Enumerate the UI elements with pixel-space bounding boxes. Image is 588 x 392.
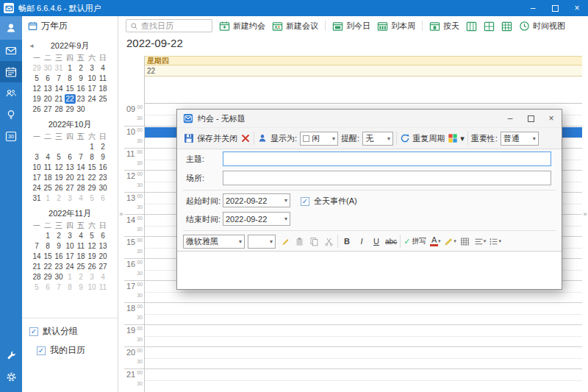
day-cell[interactable]: 1 (43, 231, 54, 240)
view-week-icon-button[interactable] (484, 21, 495, 32)
save-and-close-button[interactable]: 保存并关闭 (183, 132, 237, 144)
day-cell[interactable]: 19 (87, 252, 98, 261)
day-cell[interactable]: 14 (32, 252, 43, 261)
day-cell[interactable]: 12 (54, 163, 65, 172)
close-button[interactable]: × (566, 0, 588, 16)
day-cell[interactable]: 9 (54, 241, 65, 251)
hour-row[interactable]: 180030 (124, 302, 582, 324)
day-cell[interactable]: 28 (54, 104, 65, 114)
day-cell[interactable]: 15 (87, 163, 98, 172)
subject-input[interactable] (223, 152, 551, 166)
day-cell[interactable]: 14 (76, 163, 87, 172)
day-cell[interactable]: 1 (43, 193, 54, 203)
day-cell[interactable]: 2 (76, 63, 87, 73)
search-box[interactable] (126, 19, 212, 32)
day-cell[interactable]: 1 (65, 272, 76, 282)
hour-row[interactable]: 200030 (124, 346, 582, 368)
day-cell[interactable]: 20 (43, 94, 54, 104)
day-cell[interactable]: 11 (43, 163, 54, 172)
dialog-minimize-button[interactable]: – (500, 110, 520, 127)
day-cell[interactable]: 17 (32, 173, 43, 182)
contacts-icon[interactable] (0, 82, 22, 104)
minimize-button[interactable]: – (522, 0, 544, 16)
day-cell[interactable]: 26 (32, 104, 43, 114)
day-cell[interactable]: 30 (43, 63, 54, 73)
filter-default-group[interactable]: ✓ 默认分组 (29, 325, 118, 338)
day-cell[interactable]: 3 (65, 231, 76, 240)
day-cell[interactable]: 2 (54, 193, 65, 203)
new-meeting-button[interactable]: 新建会议 (272, 21, 318, 32)
day-cell[interactable]: 5 (54, 152, 65, 162)
day-cell[interactable]: 4 (43, 152, 54, 162)
day-cell[interactable]: 29 (87, 183, 98, 193)
search-input[interactable] (141, 21, 206, 30)
day-cell[interactable]: 20 (98, 252, 109, 261)
day-cell[interactable]: 22 (87, 173, 98, 182)
day-cell[interactable]: 17 (87, 84, 98, 93)
mail-icon[interactable] (0, 40, 22, 61)
prev-month-button[interactable]: ◄ (29, 40, 35, 51)
show-as-select[interactable]: 闲 ▾ (300, 132, 338, 146)
day-cell[interactable]: 15 (43, 252, 54, 261)
day-cell[interactable]: 10 (87, 282, 98, 292)
underline-button[interactable]: U (370, 235, 382, 248)
day-cell[interactable]: 2 (76, 272, 87, 282)
new-appointment-button[interactable]: 新建约会 (219, 21, 265, 32)
day-cell[interactable]: 20 (65, 173, 76, 182)
go-this-week-button[interactable]: 到本周 (377, 21, 415, 32)
day-cell[interactable]: 13 (98, 241, 109, 251)
day-cell[interactable]: 27 (43, 104, 54, 114)
day-cell[interactable]: 29 (43, 272, 54, 282)
invite-attendees-button[interactable] (257, 133, 268, 143)
strikethrough-button[interactable]: abc (385, 235, 397, 248)
font-color-button[interactable]: A ▾ (429, 235, 441, 248)
day-cell[interactable]: 23 (98, 173, 109, 182)
day-cell[interactable]: 30 (76, 104, 87, 114)
day-cell[interactable]: 7 (32, 241, 43, 251)
day-cell[interactable]: 3 (87, 272, 98, 282)
day-cell[interactable]: 16 (54, 252, 65, 261)
time-view-button[interactable]: 时间视图 (519, 21, 565, 32)
day-cell[interactable]: 3 (65, 193, 76, 203)
day-cell[interactable]: 28 (32, 272, 43, 282)
reminder-select[interactable]: 无 ▾ (362, 132, 393, 146)
ideas-icon[interactable] (0, 104, 22, 125)
schedule-30-icon[interactable]: 30 (0, 125, 22, 146)
checkbox-checked-icon[interactable]: ✓ (301, 197, 309, 206)
day-cell[interactable]: 12 (87, 241, 98, 251)
day-cell[interactable]: 23 (54, 262, 65, 271)
day-cell[interactable]: 3 (87, 63, 98, 73)
day-cell[interactable]: 13 (65, 163, 76, 172)
calendar-icon[interactable] (0, 61, 22, 82)
day-cell[interactable]: 27 (65, 183, 76, 193)
view-workweek-icon-button[interactable] (466, 21, 477, 32)
day-cell[interactable]: 5 (87, 193, 98, 203)
checkbox-checked-icon[interactable]: ✓ (37, 346, 46, 355)
highlight-button[interactable]: ▾ (444, 235, 456, 248)
day-cell[interactable]: 2 (54, 231, 65, 240)
day-cell[interactable]: 9 (76, 74, 87, 83)
day-cell[interactable]: 8 (65, 282, 76, 292)
day-cell[interactable]: 24 (32, 183, 43, 193)
day-cell[interactable]: 3 (32, 152, 43, 162)
day-cell[interactable]: 6 (98, 231, 109, 240)
tools-wrench-icon[interactable] (0, 345, 22, 366)
day-cell[interactable]: 13 (43, 84, 54, 93)
end-date-select[interactable]: 2022-09-22 ▾ (223, 212, 290, 226)
day-cell[interactable]: 31 (54, 63, 65, 73)
day-cell[interactable]: 8 (87, 152, 98, 162)
right-panel-expand-handle[interactable]: » (582, 35, 588, 392)
day-cell[interactable]: 26 (54, 183, 65, 193)
maximize-button[interactable] (544, 0, 566, 16)
day-cell[interactable]: 11 (98, 74, 109, 83)
day-cell[interactable]: 7 (76, 152, 87, 162)
importance-select[interactable]: 普通 ▾ (501, 132, 539, 146)
day-cell[interactable]: 11 (76, 241, 87, 251)
day-cell[interactable]: 18 (98, 84, 109, 93)
day-cell[interactable]: 24 (65, 262, 76, 271)
day-cell[interactable]: 22 (43, 262, 54, 271)
user-avatar[interactable] (0, 16, 22, 40)
day-cell[interactable]: 8 (43, 241, 54, 251)
day-cell[interactable]: 5 (87, 231, 98, 240)
day-cell[interactable]: 23 (76, 94, 87, 104)
